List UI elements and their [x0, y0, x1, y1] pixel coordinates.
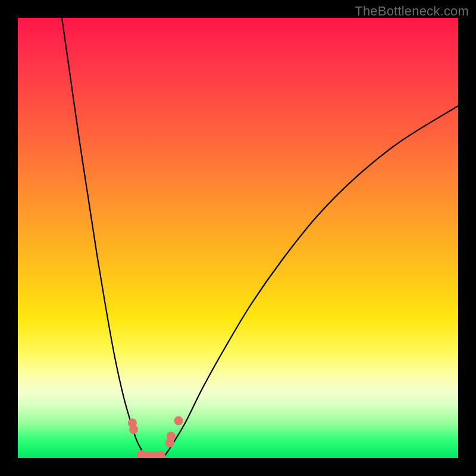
series-left-curve — [62, 18, 146, 458]
data-marker — [174, 416, 183, 425]
curves-svg — [18, 18, 458, 458]
series-right-curve — [163, 106, 458, 458]
data-marker — [156, 451, 165, 458]
data-marker — [129, 425, 138, 434]
chart-frame: TheBottleneck.com — [0, 0, 476, 476]
curve-layer — [62, 18, 458, 458]
watermark-text: TheBottleneck.com — [355, 4, 469, 19]
data-marker — [167, 432, 176, 441]
plot-area — [18, 18, 458, 458]
